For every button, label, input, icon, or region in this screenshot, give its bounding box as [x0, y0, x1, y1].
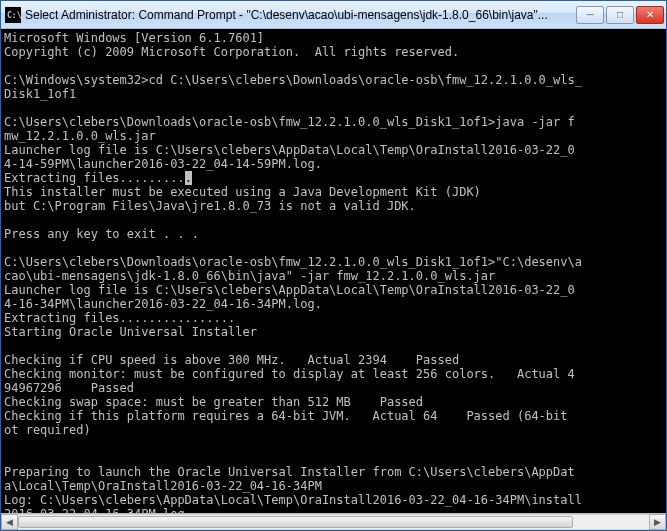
scroll-right-button[interactable]: ▶ — [649, 514, 666, 530]
output-line: Starting Oracle Universal Installer — [4, 325, 257, 339]
output-line: Checking if this platform requires a 64-… — [4, 409, 575, 423]
titlebar[interactable]: C:\ Select Administrator: Command Prompt… — [1, 1, 666, 29]
window-controls: ─ □ ✕ — [576, 6, 664, 24]
output-line: 94967296 Passed — [4, 381, 134, 395]
output-line: C:\Windows\system32>cd C:\Users\clebers\… — [4, 73, 582, 87]
selected-char: . — [185, 171, 192, 185]
scroll-thumb[interactable] — [18, 516, 573, 528]
close-button[interactable]: ✕ — [636, 6, 664, 24]
minimize-button[interactable]: ─ — [576, 6, 604, 24]
output-line: This installer must be executed using a … — [4, 185, 481, 199]
output-line: 4-14-59PM\launcher2016-03-22_04-14-59PM.… — [4, 157, 322, 171]
output-line: cao\ubi-mensagens\jdk-1.8.0_66\bin\java"… — [4, 269, 495, 283]
output-line: Extracting files................ — [4, 311, 235, 325]
output-line: Extracting files......... — [4, 171, 185, 185]
output-line: mw_12.2.1.0.0_wls.jar — [4, 129, 156, 143]
output-line: 4-16-34PM\launcher2016-03-22_04-16-34PM.… — [4, 297, 322, 311]
output-line: Press any key to exit . . . — [4, 227, 199, 241]
horizontal-scrollbar[interactable]: ◀ ▶ — [1, 513, 666, 530]
output-line: Disk1_1of1 — [4, 87, 76, 101]
command-prompt-window: C:\ Select Administrator: Command Prompt… — [0, 0, 667, 531]
maximize-button[interactable]: □ — [606, 6, 634, 24]
cmd-icon: C:\ — [5, 7, 21, 23]
output-line: Copyright (c) 2009 Microsoft Corporation… — [4, 45, 459, 59]
output-line: Log: C:\Users\clebers\AppData\Local\Temp… — [4, 493, 582, 507]
output-line: Preparing to launch the Oracle Universal… — [4, 465, 575, 479]
console-output[interactable]: Microsoft Windows [Version 6.1.7601] Cop… — [1, 29, 666, 513]
console-area: Microsoft Windows [Version 6.1.7601] Cop… — [1, 29, 666, 530]
output-line: Checking if CPU speed is above 300 MHz. … — [4, 353, 459, 367]
output-line: a\Local\Temp\OraInstall2016-03-22_04-16-… — [4, 479, 322, 493]
output-line: C:\Users\clebers\Downloads\oracle-osb\fm… — [4, 255, 582, 269]
output-line: Launcher log file is C:\Users\clebers\Ap… — [4, 283, 575, 297]
output-line: Checking swap space: must be greater tha… — [4, 395, 423, 409]
output-line: Checking monitor: must be configured to … — [4, 367, 575, 381]
output-line: but C:\Program Files\Java\jre1.8.0_73 is… — [4, 199, 416, 213]
scroll-left-button[interactable]: ◀ — [1, 514, 18, 530]
output-line: C:\Users\clebers\Downloads\oracle-osb\fm… — [4, 115, 575, 129]
scroll-track[interactable] — [18, 514, 649, 530]
window-title: Select Administrator: Command Prompt - "… — [25, 8, 572, 22]
svg-text:C:\: C:\ — [7, 11, 21, 20]
output-line: Launcher log file is C:\Users\clebers\Ap… — [4, 143, 575, 157]
output-line: ot required) — [4, 423, 91, 437]
output-line: Microsoft Windows [Version 6.1.7601] — [4, 31, 264, 45]
